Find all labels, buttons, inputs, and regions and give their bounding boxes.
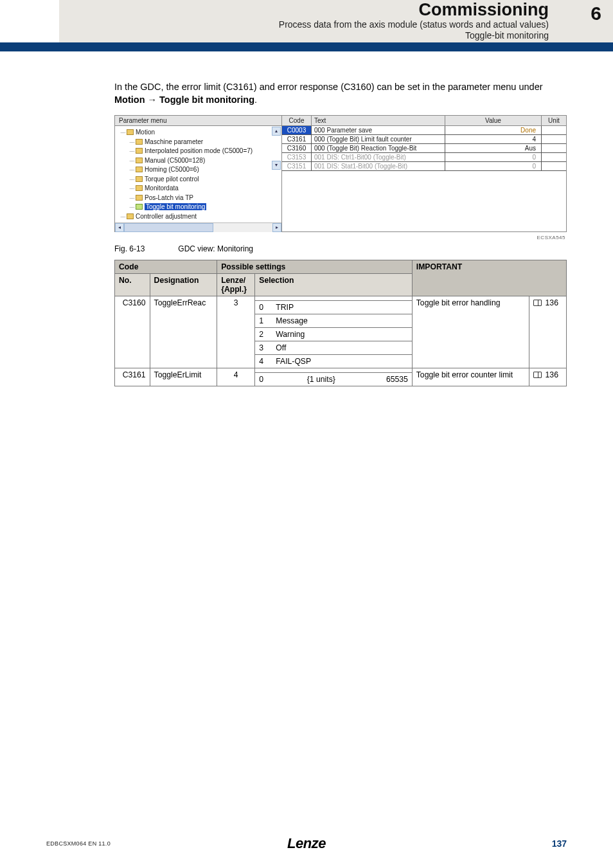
gdc-grid-filler [282,171,566,231]
ecsx-code: ECSXA545 [114,233,567,240]
tree-item[interactable]: Torque pilot control [136,175,279,185]
col-head-code: Code [282,116,312,125]
intro-paragraph: In the GDC, the error limit (C3161) and … [114,81,567,106]
figure-number: Fig. 6-13 [114,244,176,253]
selection-max: 65535 [350,375,408,384]
page-footer: EDBCSXM064 EN 11.0 Lenze 137 [0,838,613,849]
header-gutter [0,0,59,42]
gdc-window: Parameter menu ▴ ▾ Motion Maschine param… [114,115,567,232]
tree-item[interactable]: Interpolated position mode (C5000=7) [136,147,279,156]
cell-page-ref: 136 [529,368,567,386]
figure-caption: Fig. 6-13 GDC view: Monitoring [114,240,567,260]
cell-code: C3160 [282,144,312,152]
cell-unit [542,162,566,170]
folder-icon [136,185,143,191]
gdc-grid-row[interactable]: C3151 001 DIS: Stat1-Bit00 (Toggle-Bit) … [282,162,566,171]
figure-caption-text: GDC view: Monitoring [178,244,253,253]
cell-unit [542,144,566,152]
selection-num: 3 [259,343,276,352]
cell-code: C0003 [282,126,312,134]
header-bar: Commissioning Process data from the axis… [59,0,613,42]
folder-icon [136,139,143,145]
tree-item[interactable]: Homing (C5000=6) [136,165,279,175]
tree-root[interactable]: Motion Maschine parameter Interpolated p… [127,128,279,212]
intro-period: . [254,95,257,105]
selection-label: TRIP [276,303,408,312]
th-lenze: Lenze/ {Appl.} [217,274,255,296]
folder-icon [136,158,143,163]
folder-icon [136,167,143,172]
tree-item-label: Monitordata [145,185,179,192]
cell-text: 001 DIS: Ctrl1-Bit00 (Toggle-Bit) [312,153,445,161]
parameter-table: Code Possible settings IMPORTANT No. Des… [114,260,567,386]
tree-item-label: Interpolated position mode (C5000=7) [145,147,253,154]
gdc-grid-header: Code Text Value Unit [282,116,566,126]
cell-lenze: 4 [217,368,255,386]
footer-doc-id: EDBCSXM064 EN 11.0 [46,840,111,847]
selection-num: 2 [259,330,276,339]
table-header-row-1: Code Possible settings IMPORTANT [115,260,567,274]
cell-selection-empty [255,368,413,373]
cell-unit [542,126,566,134]
cell-selection: 3Off [255,341,413,355]
th-important: IMPORTANT [412,260,566,296]
cell-selection-empty [255,296,413,301]
th-no: No. [115,274,150,296]
cell-designation: ToggleErLimit [150,368,217,386]
tree-item[interactable]: Pos-Latch via TP [136,194,279,203]
selection-label: Off [276,343,408,352]
tree-item[interactable]: Monitordata [136,184,279,194]
th-possible: Possible settings [217,260,413,274]
tree-item[interactable]: Manual (C5000=128) [136,156,279,166]
selection-label: Message [276,316,408,325]
gdc-grid-row[interactable]: C3153 001 DIS: Ctrl1-Bit00 (Toggle-Bit) … [282,153,566,162]
hscroll-right-button[interactable]: ▸ [272,223,281,232]
cell-text: 001 DIS: Stat1-Bit00 (Toggle-Bit) [312,162,445,170]
tree-item-label: Toggle bit monitoring [145,203,206,210]
header-title: Commissioning [279,1,549,19]
intro-bold-1: Motion [114,95,145,105]
hscroll-left-button[interactable]: ◂ [115,223,124,232]
book-icon [533,372,542,378]
header-titles: Commissioning Process data from the axis… [279,1,574,41]
folder-icon [127,129,134,135]
cell-text: 000 (Toggle Bit) Reaction Toggle-Bit [312,144,445,152]
gdc-grid-row[interactable]: C3161 000 (Toggle Bit) Limit fault count… [282,135,566,144]
tree-item-selected[interactable]: Toggle bit monitoring [136,203,279,212]
gdc-tree[interactable]: ▴ ▾ Motion Maschine parameter Interpolat… [115,126,281,222]
cell-value: 0 [445,162,542,170]
cell-no: C3160 [115,296,150,368]
book-icon [533,300,542,306]
selection-label [276,375,292,384]
tree-item-label: Torque pilot control [145,176,199,183]
hscroll-track[interactable] [124,223,272,232]
cell-code: C3161 [282,135,312,143]
cell-selection: 4FAIL-QSP [255,355,413,368]
selection-units: {1 units} [292,375,350,384]
tree-item-label: Maschine parameter [145,138,203,145]
cell-unit [542,153,566,161]
cell-value: Aus [445,144,542,152]
hscroll-thumb[interactable] [124,223,213,232]
header-subtitle-1: Process data from the axis module (statu… [279,19,549,31]
tree-item[interactable]: Maschine parameter [136,138,279,147]
tree-hscroll[interactable]: ◂ ▸ [115,222,281,231]
chapter-number: 6 [591,3,601,24]
footer-page-number: 137 [552,838,567,849]
cell-no: C3161 [115,368,150,386]
header-divider [0,42,613,51]
cell-selection: 0 {1 units} 65535 [255,373,413,386]
header-subtitle-2: Toggle-bit monitoring [279,30,549,42]
selection-label: FAIL-QSP [276,357,408,366]
tree-item-label: Manual (C5000=128) [145,157,205,164]
th-code: Code [115,260,217,274]
intro-text-1: In the GDC, the error limit (C3161) and … [114,82,543,92]
gdc-tree-header: Parameter menu [115,116,281,126]
gdc-grid-row[interactable]: C0003 000 Parameter save Done [282,126,566,135]
page-header: Commissioning Process data from the axis… [0,0,613,42]
col-head-text: Text [312,116,445,125]
tree-item[interactable]: Controller adjustment [127,212,279,222]
th-selection: Selection [255,274,413,296]
gdc-grid-row[interactable]: C3160 000 (Toggle Bit) Reaction Toggle-B… [282,144,566,153]
tree-item-label: Homing (C5000=6) [145,166,199,173]
